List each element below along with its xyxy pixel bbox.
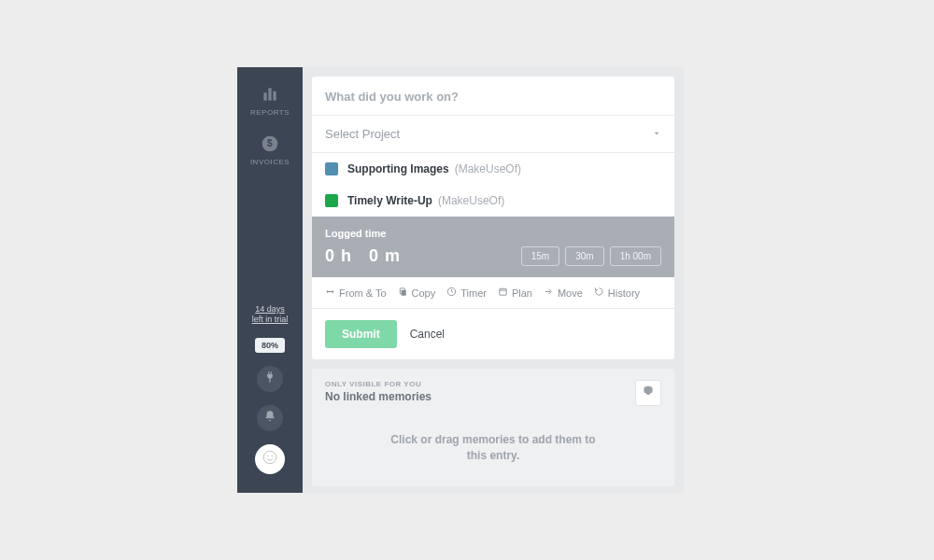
bell-icon-button[interactable] bbox=[257, 405, 283, 431]
svg-rect-8 bbox=[401, 290, 405, 296]
sidebar-item-invoices[interactable]: $ INVOICES bbox=[250, 133, 290, 166]
action-label: Plan bbox=[512, 287, 532, 299]
project-client: (MakeUseOf) bbox=[455, 162, 521, 175]
project-option-1[interactable]: Timely Write-Up (MakeUseOf) bbox=[312, 185, 674, 217]
progress-badge[interactable]: 80% bbox=[255, 338, 285, 353]
action-label: From & To bbox=[339, 287, 387, 299]
dollar-circle-icon: $ bbox=[260, 133, 280, 154]
logged-time-value[interactable]: 0 h 0 m bbox=[325, 246, 521, 266]
svg-rect-11 bbox=[500, 288, 506, 295]
svg-rect-0 bbox=[263, 92, 266, 100]
action-label: Timer bbox=[460, 287, 487, 299]
history-icon bbox=[594, 287, 604, 299]
avatar[interactable] bbox=[255, 444, 285, 474]
arrow-right-icon bbox=[544, 287, 554, 299]
sidebar-item-label: REPORTS bbox=[250, 108, 290, 117]
quick-time-chips: 15m 30m 1h 00m bbox=[521, 246, 661, 266]
sidebar: REPORTS $ INVOICES 14 days left in trial… bbox=[237, 67, 303, 493]
chip-1h[interactable]: 1h 00m bbox=[610, 246, 661, 266]
copy-icon bbox=[398, 287, 408, 299]
svg-point-7 bbox=[272, 455, 274, 456]
smiley-icon bbox=[262, 449, 278, 469]
action-from-to[interactable]: From & To bbox=[325, 287, 387, 299]
memories-title: No linked memories bbox=[325, 390, 432, 403]
action-label: Copy bbox=[412, 287, 436, 299]
project-select[interactable]: Select Project bbox=[312, 116, 674, 152]
entry-footer: Submit Cancel bbox=[312, 309, 674, 359]
action-plan[interactable]: Plan bbox=[498, 287, 532, 299]
trial-line-2: left in trial bbox=[252, 315, 289, 325]
project-name: Timely Write-Up bbox=[347, 194, 432, 207]
plug-icon-button[interactable] bbox=[257, 366, 283, 392]
svg-point-6 bbox=[267, 455, 269, 456]
svg-rect-2 bbox=[273, 91, 276, 101]
plug-icon bbox=[263, 371, 276, 387]
submit-button[interactable]: Submit bbox=[325, 320, 397, 348]
logged-time-label: Logged time bbox=[325, 228, 661, 239]
cancel-button[interactable]: Cancel bbox=[410, 328, 445, 341]
project-color-swatch bbox=[325, 194, 338, 207]
action-label: Move bbox=[558, 287, 583, 299]
arrows-horizontal-icon bbox=[325, 287, 335, 299]
project-name: Supporting Images bbox=[347, 162, 449, 175]
sidebar-item-reports[interactable]: REPORTS bbox=[250, 84, 290, 117]
app-window: REPORTS $ INVOICES 14 days left in trial… bbox=[237, 67, 684, 493]
time-entry-card: What did you work on? Select Project Sup… bbox=[312, 77, 674, 359]
memories-panel: ONLY VISIBLE FOR YOU No linked memories … bbox=[312, 369, 674, 486]
bar-chart-icon bbox=[260, 84, 280, 105]
project-client: (MakeUseOf) bbox=[438, 194, 504, 207]
action-copy[interactable]: Copy bbox=[398, 287, 436, 299]
project-option-0[interactable]: Supporting Images (MakeUseOf) bbox=[312, 153, 674, 185]
svg-point-5 bbox=[263, 451, 276, 464]
memories-private-label: ONLY VISIBLE FOR YOU bbox=[325, 380, 432, 388]
trial-line-1: 14 days bbox=[252, 304, 289, 315]
action-history[interactable]: History bbox=[594, 287, 640, 299]
svg-rect-1 bbox=[268, 88, 271, 100]
brain-icon bbox=[642, 385, 655, 401]
project-color-swatch bbox=[325, 162, 338, 175]
bell-icon bbox=[263, 410, 276, 427]
logged-hours: 0 h bbox=[325, 246, 352, 265]
chip-30m[interactable]: 30m bbox=[565, 246, 603, 266]
clock-icon bbox=[446, 287, 457, 299]
memories-brain-button[interactable] bbox=[635, 380, 661, 406]
action-timer[interactable]: Timer bbox=[446, 287, 487, 299]
chevron-down-icon bbox=[652, 127, 661, 141]
logged-minutes: 0 m bbox=[369, 246, 401, 265]
svg-text:$: $ bbox=[267, 138, 273, 148]
logged-time-panel: Logged time 0 h 0 m 15m 30m 1h 00m bbox=[312, 217, 674, 277]
action-move[interactable]: Move bbox=[544, 287, 583, 299]
action-bar: From & To Copy Timer Plan Move bbox=[312, 277, 674, 308]
project-select-label: Select Project bbox=[325, 127, 400, 141]
calendar-icon bbox=[498, 287, 508, 299]
memories-drop-hint[interactable]: Click or drag memories to add them to th… bbox=[325, 432, 661, 464]
main-panel: What did you work on? Select Project Sup… bbox=[303, 67, 684, 493]
sidebar-item-label: INVOICES bbox=[250, 158, 290, 166]
action-label: History bbox=[608, 287, 640, 299]
work-description-input[interactable]: What did you work on? bbox=[312, 77, 674, 115]
chip-15m[interactable]: 15m bbox=[521, 246, 559, 266]
trial-status-link[interactable]: 14 days left in trial bbox=[252, 304, 289, 325]
